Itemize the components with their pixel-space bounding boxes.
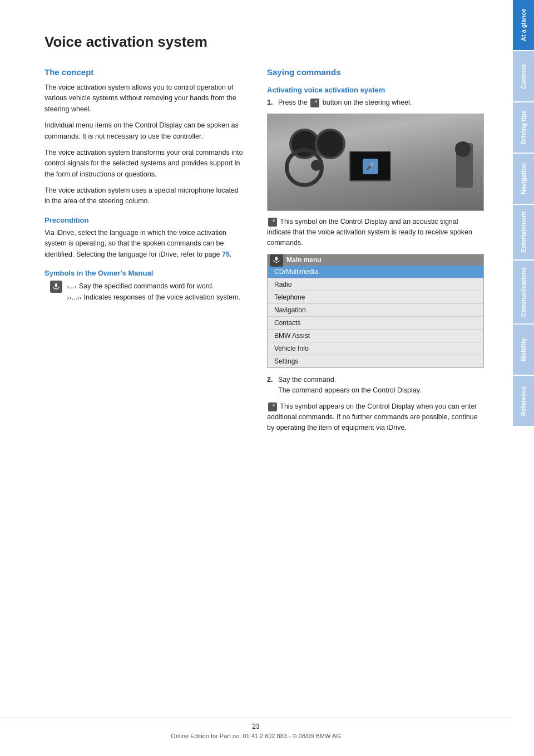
sidebar-tab-reference[interactable]: Reference <box>513 376 534 426</box>
mic-icon-menu <box>270 254 283 267</box>
menu-item-telephone: Telephone <box>268 291 483 304</box>
menu-title: Main menu <box>268 254 483 266</box>
symbol-list: ›...‹ Say the specified commands word fo… <box>44 281 245 303</box>
page-link-75[interactable]: 75 <box>222 251 230 258</box>
dashboard-image: 🎤 P02-12345 <box>267 114 484 211</box>
sidebar-tab-controls[interactable]: Controls <box>513 51 534 101</box>
mic-icon-symbol <box>50 281 62 293</box>
step-1-num: 1. <box>267 97 275 108</box>
menu-item-cd-multimedia: CD/Multimedia <box>268 266 483 278</box>
step-2-text: Say the command.The command appears on t… <box>278 375 422 396</box>
footer-text: Online Edition for Part no. 01 41 2 602 … <box>0 733 512 739</box>
steps-list: 1. Press the 🎤 button on the steering wh… <box>267 97 484 108</box>
step-2: 2. Say the command.The command appears o… <box>267 375 484 396</box>
footer: 23 Online Edition for Part no. 01 41 2 6… <box>0 718 512 739</box>
steps-list-2: 2. Say the command.The command appears o… <box>267 375 484 396</box>
menu-image: Main menu CD/Multimedia Radio Telephone … <box>267 254 484 368</box>
sidebar-tab-navigation[interactable]: Navigation <box>513 154 534 204</box>
sidebar-tab-driving-tips[interactable]: Driving tips <box>513 102 534 153</box>
saying-commands-heading: Saying commands <box>267 67 484 77</box>
two-column-layout: The concept The voice activation system … <box>44 67 484 439</box>
sidebar-tab-at-a-glance[interactable]: At a glance <box>513 0 534 50</box>
sidebar-tab-entertainment[interactable]: Entertainment <box>513 205 534 259</box>
menu-item-contacts: Contacts <box>268 317 483 330</box>
symbol-text-1: ›...‹ Say the specified commands word fo… <box>67 281 240 303</box>
menu-item-bmw-assist: BMW Assist <box>268 330 483 342</box>
concept-para-4: The voice activation system uses a speci… <box>44 185 245 207</box>
symbols-heading: Symbols in the Owner's Manual <box>44 269 245 277</box>
mic-icon-note1: 🎤 <box>268 218 277 227</box>
step-1-text: Press the 🎤 button on the steering wheel… <box>278 97 412 108</box>
concept-para-2: Individual menu items on the Control Dis… <box>44 120 245 142</box>
sidebar-tab-communications[interactable]: Communications <box>513 261 534 323</box>
sidebar: At a glance Controls Driving tips Naviga… <box>513 0 534 756</box>
symbol-note-2: 🎤 This symbol appears on the Control Dis… <box>267 401 484 433</box>
step-2-num: 2. <box>267 375 275 396</box>
sidebar-tab-mobility[interactable]: Mobility <box>513 325 534 375</box>
concept-para-3: The voice activation system transforms y… <box>44 148 245 180</box>
menu-item-settings: Settings <box>268 355 483 367</box>
symbol-note-1: 🎤 This symbol on the Control Display and… <box>267 217 484 248</box>
menu-item-vehicle-info: Vehicle Info <box>268 342 483 355</box>
svg-rect-2 <box>275 257 278 261</box>
left-column: The concept The voice activation system … <box>44 67 245 439</box>
right-column: Saying commands Activating voice activat… <box>267 67 484 439</box>
precondition-text: Via iDrive, select the language in which… <box>44 228 245 260</box>
concept-para-1: The voice activation system allows you t… <box>44 82 245 115</box>
menu-items-list: CD/Multimedia Radio Telephone Navigation… <box>268 266 483 367</box>
step-1: 1. Press the 🎤 button on the steering wh… <box>267 97 484 108</box>
concept-heading: The concept <box>44 67 245 77</box>
main-content: Voice activation system The concept The … <box>0 0 512 483</box>
page-title: Voice activation system <box>44 33 484 51</box>
precondition-heading: Precondition <box>44 216 245 224</box>
mic-icon-note2: 🎤 <box>268 402 277 411</box>
activating-heading: Activating voice activation system <box>267 86 484 94</box>
dashboard-sim: 🎤 P02-12345 <box>268 114 483 210</box>
button-icon: 🎤 <box>310 99 319 107</box>
menu-item-radio: Radio <box>268 278 483 291</box>
page-number: 23 <box>0 723 512 730</box>
svg-rect-0 <box>55 283 57 287</box>
menu-item-navigation: Navigation <box>268 304 483 317</box>
symbol-item-1: ›...‹ Say the specified commands word fo… <box>50 281 245 303</box>
